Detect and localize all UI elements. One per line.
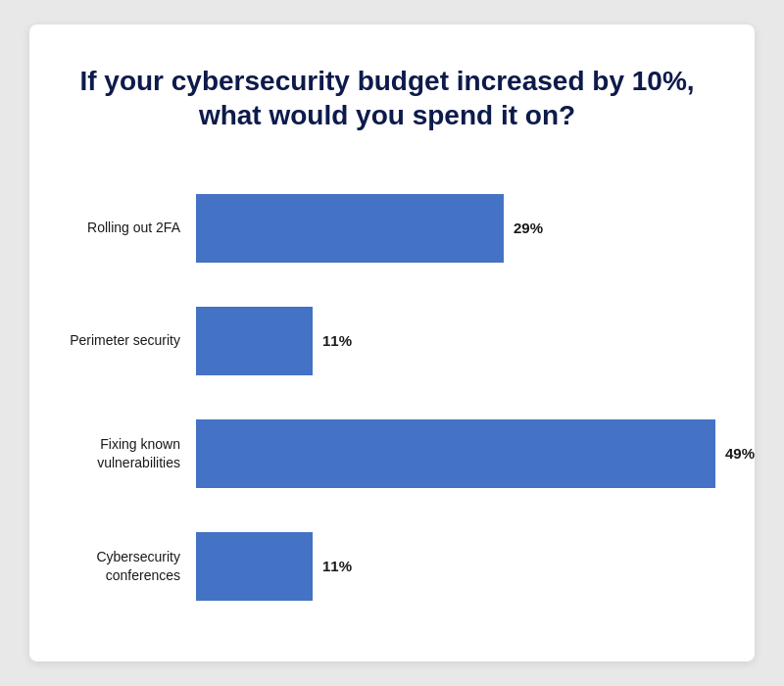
bar-container: 29% — [196, 194, 706, 263]
bar-label: Perimeter security — [69, 331, 196, 349]
bar-label: Rolling out 2FA — [69, 219, 196, 236]
bar-row: Fixing known vulnerabilities49% — [69, 419, 706, 488]
bar — [196, 419, 715, 488]
bar-row: Rolling out 2FA29% — [69, 194, 706, 263]
bar-container: 11% — [196, 307, 706, 375]
chart-card: If your cybersecurity budget increased b… — [29, 24, 755, 662]
bar-value: 49% — [725, 445, 755, 462]
bar — [196, 194, 504, 263]
bar-label: Cybersecurity conferences — [69, 548, 196, 583]
bar-value: 11% — [322, 332, 352, 349]
bar-value: 29% — [514, 220, 543, 236]
chart-area: Rolling out 2FA29%Perimeter security11%F… — [69, 172, 706, 622]
bar-row: Perimeter security11% — [69, 307, 706, 375]
bar-row: Cybersecurity conferences11% — [69, 532, 706, 601]
bar-label: Fixing known vulnerabilities — [69, 435, 196, 470]
bar — [196, 532, 313, 601]
bar — [196, 307, 313, 375]
chart-title: If your cybersecurity budget increased b… — [69, 64, 706, 132]
bar-container: 49% — [196, 419, 755, 488]
bar-container: 11% — [196, 532, 706, 601]
bar-value: 11% — [322, 558, 352, 574]
